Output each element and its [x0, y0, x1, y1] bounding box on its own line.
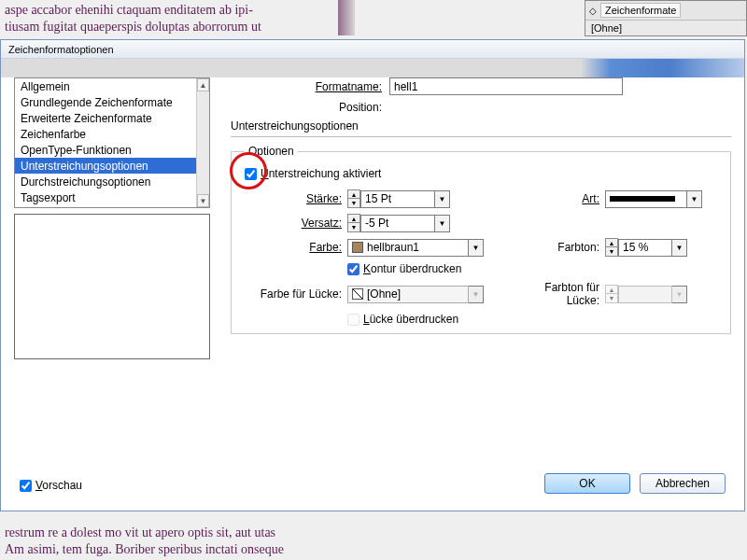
chevron-down-icon: ▼ — [469, 286, 484, 303]
doc-text-bottom: restrum re a dolest mo vit ut apero opti… — [0, 523, 448, 560]
formatname-label: Formatname: — [287, 80, 389, 93]
ok-button[interactable]: OK — [544, 473, 630, 494]
luecke-farbe-label: Farbe für Lücke: — [245, 287, 347, 301]
diamond-icon: ◇ — [589, 6, 597, 16]
staerke-stepper[interactable]: ▲▼ ▼ — [347, 189, 497, 208]
category-list[interactable]: AllgemeinGrundlegende ZeichenformateErwe… — [14, 77, 210, 208]
sidebar-item[interactable]: OpenType-Funktionen — [15, 142, 209, 158]
text-frame-edge — [338, 0, 355, 35]
sidebar-item[interactable]: Erweiterte Zeichenformate — [15, 110, 209, 126]
char-styles-panel: ◇ Zeichenformate [Ohne] — [585, 0, 747, 36]
scroll-down-icon[interactable]: ▼ — [197, 194, 209, 207]
luecke-ueber-checkbox: Lücke überdrucken — [347, 313, 512, 326]
sidebar-item[interactable]: Zeichenfarbe — [15, 126, 209, 142]
divider — [231, 136, 731, 137]
swatch-none-icon — [352, 288, 363, 300]
farbton-stepper[interactable]: ▲▼ ▼ — [605, 238, 717, 257]
chevron-down-icon[interactable]: ▼ — [687, 190, 702, 208]
luecke-farbe-select[interactable]: [Ohne] ▼ — [347, 286, 497, 303]
sidebar: AllgemeinGrundlegende ZeichenformateErwe… — [14, 77, 210, 359]
section-title: Unterstreichungsoptionen — [231, 119, 731, 133]
chevron-down-icon[interactable]: ▼ — [672, 239, 687, 257]
versatz-stepper[interactable]: ▲▼ ▼ — [347, 214, 497, 232]
doc-text-top: aspe accabor ehenihi ctaquam enditatem a… — [0, 0, 317, 37]
panel-item-none[interactable]: [Ohne] — [585, 21, 746, 35]
farbe-label: Farbe: — [245, 241, 347, 254]
farbton-label: Farbton: — [512, 241, 605, 254]
sidebar-item[interactable]: Grundlegende Zeichenformate — [15, 94, 209, 110]
position-label: Position: — [287, 101, 389, 114]
vorschau-checkbox[interactable]: Vorschau — [20, 479, 82, 492]
luecke-tone-label: Farbton für Lücke: — [512, 281, 605, 307]
char-format-options-dialog: Zeichenformatoptionen AllgemeinGrundlege… — [0, 39, 745, 511]
versatz-label: Versatz: — [245, 217, 347, 230]
chevron-down-icon[interactable]: ▼ — [435, 215, 450, 232]
preview-area — [14, 214, 210, 359]
kontur-checkbox[interactable]: Kontur überdrucken — [347, 262, 512, 275]
formatname-input[interactable] — [389, 77, 623, 95]
activate-underline-checkbox[interactable]: Unterstreichung aktiviert — [245, 167, 717, 180]
stroke-sample — [610, 196, 675, 202]
farbe-select[interactable]: hellbraun1 ▼ — [347, 239, 497, 257]
luecke-tone-stepper: ▲▼ ▼ — [605, 285, 717, 303]
art-label: Art: — [512, 192, 605, 205]
panel-tab-zeichenformate[interactable]: Zeichenformate — [600, 3, 681, 18]
chevron-down-icon[interactable]: ▼ — [435, 190, 450, 208]
chevron-down-icon[interactable]: ▼ — [469, 239, 484, 257]
swatch-icon — [352, 242, 363, 253]
staerke-label: Stärke: — [245, 192, 347, 205]
options-fieldset: Optionen Unterstreichung aktiviert Stärk… — [231, 145, 731, 334]
sidebar-item[interactable]: Durchstreichungsoptionen — [15, 174, 209, 189]
sidebar-item[interactable]: Unterstreichungsoptionen — [15, 158, 209, 174]
scrollbar[interactable]: ▲ ▼ — [196, 78, 209, 207]
sidebar-item[interactable]: Allgemein — [15, 78, 209, 94]
cancel-button[interactable]: Abbrechen — [640, 473, 726, 494]
art-select[interactable]: ▼ — [605, 190, 717, 208]
sidebar-item[interactable]: Tagsexport — [15, 189, 209, 205]
scroll-up-icon[interactable]: ▲ — [197, 78, 209, 91]
dialog-title: Zeichenformatoptionen — [1, 40, 744, 59]
fieldset-legend: Optionen — [245, 145, 298, 158]
